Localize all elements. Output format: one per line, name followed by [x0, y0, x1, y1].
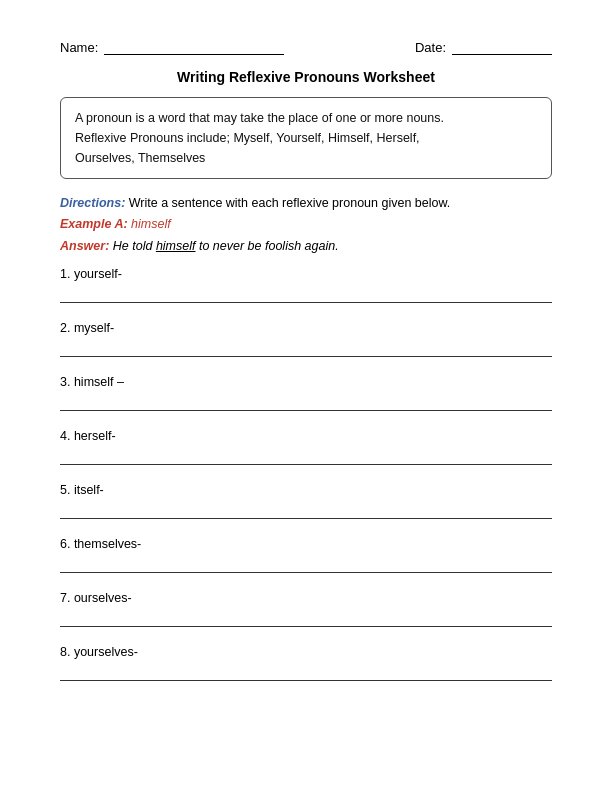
- page-title: Writing Reflexive Pronouns Worksheet: [60, 69, 552, 85]
- write-line: [60, 501, 552, 519]
- question-item: 6. themselves-: [60, 537, 552, 573]
- date-field: Date:: [415, 40, 552, 55]
- question-item: 1. yourself-: [60, 267, 552, 303]
- directions-text: Write a sentence with each reflexive pro…: [125, 196, 450, 210]
- directions-label: Directions:: [60, 196, 125, 210]
- date-line: [452, 54, 552, 55]
- info-line1: A pronoun is a word that may take the pl…: [75, 108, 537, 128]
- write-line: [60, 609, 552, 627]
- example-word: himself: [128, 217, 171, 231]
- question-label: 3. himself –: [60, 375, 552, 389]
- answer-line: Answer: He told himself to never be fool…: [60, 236, 552, 257]
- write-line: [60, 393, 552, 411]
- question-label: 1. yourself-: [60, 267, 552, 281]
- question-label: 2. myself-: [60, 321, 552, 335]
- question-label: 7. ourselves-: [60, 591, 552, 605]
- write-line: [60, 285, 552, 303]
- directions-block: Directions: Write a sentence with each r…: [60, 193, 552, 257]
- answer-underline: himself: [156, 239, 196, 253]
- write-line: [60, 447, 552, 465]
- info-box: A pronoun is a word that may take the pl…: [60, 97, 552, 179]
- question-item: 2. myself-: [60, 321, 552, 357]
- question-item: 7. ourselves-: [60, 591, 552, 627]
- info-line2: Reflexive Pronouns include; Myself, Your…: [75, 128, 537, 148]
- example-line: Example A: himself: [60, 214, 552, 235]
- answer-label: Answer:: [60, 239, 109, 253]
- page: Name: Date: Writing Reflexive Pronouns W…: [0, 0, 612, 792]
- question-label: 5. itself-: [60, 483, 552, 497]
- directions-line: Directions: Write a sentence with each r…: [60, 193, 552, 214]
- questions-list: 1. yourself-2. myself-3. himself –4. her…: [60, 267, 552, 681]
- info-line3: Ourselves, Themselves: [75, 148, 537, 168]
- date-label: Date:: [415, 40, 446, 55]
- example-label: Example A:: [60, 217, 128, 231]
- header-row: Name: Date:: [60, 40, 552, 55]
- answer-before: He told: [109, 239, 156, 253]
- question-item: 3. himself –: [60, 375, 552, 411]
- question-item: 4. herself-: [60, 429, 552, 465]
- answer-after: to never be foolish again.: [195, 239, 338, 253]
- write-line: [60, 339, 552, 357]
- name-field: Name:: [60, 40, 284, 55]
- write-line: [60, 555, 552, 573]
- question-item: 8. yourselves-: [60, 645, 552, 681]
- name-label: Name:: [60, 40, 98, 55]
- question-label: 4. herself-: [60, 429, 552, 443]
- question-label: 8. yourselves-: [60, 645, 552, 659]
- write-line: [60, 663, 552, 681]
- question-label: 6. themselves-: [60, 537, 552, 551]
- question-item: 5. itself-: [60, 483, 552, 519]
- name-line: [104, 54, 284, 55]
